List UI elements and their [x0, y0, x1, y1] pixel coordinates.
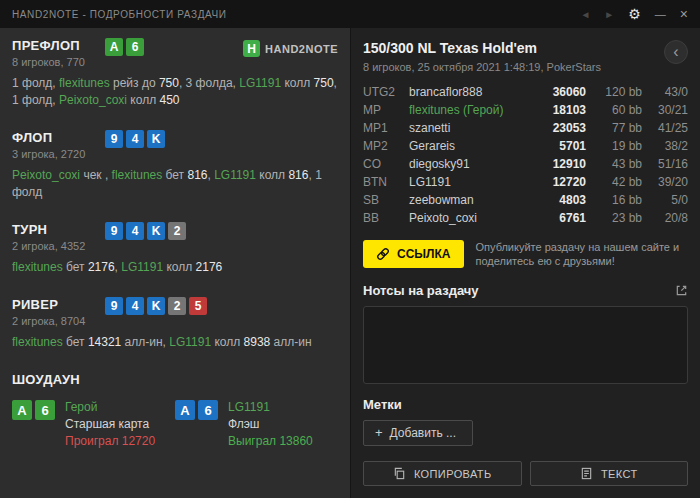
- player-name: Gerareis: [409, 139, 532, 153]
- add-tag-button[interactable]: + Добавить ...: [363, 420, 473, 446]
- bottom-actions: КОПИРОВАТЬ ТЕКСТ: [363, 461, 688, 486]
- player-stack-bb: 60 bb: [586, 103, 642, 117]
- showdown-player-name[interactable]: LG1191: [228, 400, 313, 414]
- showdown-title: ШОУДАУН: [12, 372, 338, 387]
- player-link[interactable]: flexitunes: [112, 168, 163, 182]
- player-link[interactable]: Peixoto_coxi: [12, 168, 80, 182]
- plus-icon: +: [375, 425, 383, 440]
- street-actions: 1 фолд, flexitunes рейз до 750, 3 фолда,…: [12, 75, 338, 109]
- card-6c: 6: [35, 400, 55, 420]
- player-link[interactable]: LG1191: [239, 76, 281, 90]
- card-6c: 6: [126, 38, 144, 56]
- player-stack-bb: 42 bb: [586, 175, 642, 189]
- notes-textarea[interactable]: [363, 306, 688, 384]
- player-position: MP2: [363, 139, 409, 153]
- player-stack: 36060: [532, 85, 586, 99]
- player-row: UTG2 brancaflor888 36060 120 bb 43/0: [363, 83, 688, 101]
- card-2s: 2: [168, 297, 186, 315]
- player-stack-bb: 77 bb: [586, 121, 642, 135]
- card-Kd: K: [147, 222, 165, 240]
- settings-gear-icon[interactable]: ⚙: [628, 7, 641, 21]
- player-link[interactable]: flexitunes: [59, 76, 110, 90]
- player-link[interactable]: flexitunes: [12, 335, 63, 349]
- card-Ac: A: [105, 38, 123, 56]
- showdown-hand-rank: Старшая карта: [65, 417, 155, 431]
- player-stack-bb: 120 bb: [586, 85, 642, 99]
- nav-back-icon[interactable]: ◄: [580, 9, 590, 20]
- card-9d: 9: [105, 297, 123, 315]
- players-table: UTG2 brancaflor888 36060 120 bb 43/0 MP …: [363, 83, 688, 227]
- board-cards: 94K2: [105, 222, 189, 240]
- copy-button-label: КОПИРОВАТЬ: [414, 468, 492, 480]
- action-text: алл-ин,: [121, 335, 169, 349]
- amount-text: 750: [314, 76, 334, 90]
- player-stack-bb: 19 bb: [586, 139, 642, 153]
- player-row: MP2 Gerareis 5701 19 bb 38/2: [363, 137, 688, 155]
- nav-forward-icon[interactable]: ►: [604, 9, 614, 20]
- showdown-result: Выиграл 13860: [228, 434, 313, 448]
- card-Ad: A: [175, 400, 195, 420]
- card-2s: 2: [168, 222, 186, 240]
- player-link[interactable]: flexitunes: [12, 260, 63, 274]
- card-4d: 4: [126, 130, 144, 148]
- amount-text: 816: [288, 168, 308, 182]
- player-position: UTG2: [363, 85, 409, 99]
- player-position: CO: [363, 157, 409, 171]
- player-link[interactable]: LG1191: [214, 168, 256, 182]
- card-4d: 4: [126, 297, 144, 315]
- action-text: алл-ин: [270, 335, 311, 349]
- showdown-player: A6 LG1191 Флэш Выиграл 13860: [175, 400, 338, 448]
- action-text: чек ,: [80, 168, 112, 182]
- street-meta: 3 игрока, 2720: [12, 148, 105, 160]
- board-cards: 94K25: [105, 297, 210, 315]
- link-button[interactable]: ССЫЛКА: [363, 240, 464, 268]
- player-stack: 5701: [532, 139, 586, 153]
- player-position: MP1: [363, 121, 409, 135]
- player-link[interactable]: LG1191: [121, 260, 163, 274]
- share-hint-text: Опубликуйте раздачу на нашем сайте и под…: [476, 240, 689, 268]
- hand2note-logo-icon: H: [243, 40, 260, 57]
- popout-icon[interactable]: [675, 284, 688, 297]
- card-Kd: K: [147, 130, 165, 148]
- player-position: BB: [363, 211, 409, 225]
- action-text: бет: [63, 335, 88, 349]
- player-stack: 4803: [532, 193, 586, 207]
- notes-header: Нотсы на раздачу: [363, 283, 688, 298]
- player-row: BB Peixoto_coxi 6761 23 bb 20/8: [363, 209, 688, 227]
- share-row: ССЫЛКА Опубликуйте раздачу на нашем сайт…: [363, 240, 688, 268]
- back-button[interactable]: ‹: [664, 40, 688, 64]
- board-cards: 94K: [105, 130, 168, 148]
- showdown-player-name[interactable]: Герой: [65, 400, 155, 414]
- hand2note-window: HAND2NOTE - ПОДРОБНОСТИ РАЗДАЧИ ◄ ► ⚙ — …: [0, 0, 700, 498]
- street-meta: 2 игрока, 8704: [12, 315, 105, 327]
- text-button[interactable]: ТЕКСТ: [530, 461, 689, 486]
- player-stack: 23053: [532, 121, 586, 135]
- action-text: 1 фолд,: [12, 76, 59, 90]
- player-stats: 20/8: [642, 211, 688, 225]
- hand-subtitle: 8 игроков, 25 октября 2021 1:48:19, Poke…: [363, 61, 601, 73]
- player-link[interactable]: Peixoto_coxi: [59, 93, 127, 107]
- hand2note-logo: H HAND2NOTE: [243, 40, 338, 57]
- hand-history-panel: H HAND2NOTE ПРЕФЛОП 8 игроков, 770 A6 1 …: [0, 28, 350, 498]
- player-stack-bb: 43 bb: [586, 157, 642, 171]
- card-6d: 6: [198, 400, 218, 420]
- player-stats: 30/21: [642, 103, 688, 117]
- card-9d: 9: [105, 222, 123, 240]
- showdown-hand-rank: Флэш: [228, 417, 313, 431]
- action-text: колл: [127, 93, 159, 107]
- player-link[interactable]: LG1191: [169, 335, 211, 349]
- player-row: MP1 szanetti 23053 77 bb 41/25: [363, 119, 688, 137]
- minimize-button[interactable]: —: [655, 8, 666, 20]
- text-button-label: ТЕКСТ: [601, 468, 638, 480]
- copy-button[interactable]: КОПИРОВАТЬ: [363, 461, 522, 486]
- player-name: brancaflor888: [409, 85, 532, 99]
- player-stack: 12720: [532, 175, 586, 189]
- add-tag-label: Добавить ...: [390, 426, 456, 440]
- street-name: РИВЕР: [12, 297, 105, 312]
- link-icon: [376, 247, 390, 261]
- hand-details-panel: 150/300 NL Texas Hold'em 8 игроков, 25 о…: [350, 28, 700, 498]
- action-text: колл: [281, 76, 313, 90]
- hand-title: 150/300 NL Texas Hold'em: [363, 40, 601, 56]
- link-button-label: ССЫЛКА: [397, 247, 451, 261]
- close-button[interactable]: ×: [680, 6, 688, 22]
